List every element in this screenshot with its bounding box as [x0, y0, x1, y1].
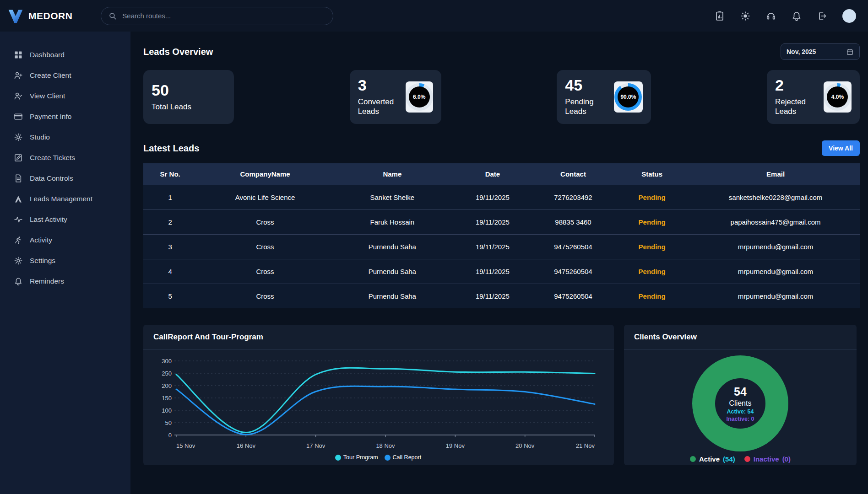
total-leads-card: 50 Total Leads: [143, 70, 234, 124]
gear-icon: [14, 133, 23, 142]
sidebar-item-label: Leads Management: [30, 195, 92, 203]
table-cell: 98835 3460: [534, 210, 613, 235]
svg-text:18 Nov: 18 Nov: [376, 442, 395, 449]
table-cell: Cross: [197, 235, 333, 259]
table-cell: 7276203492: [534, 185, 613, 210]
theme-icon[interactable]: [740, 11, 751, 21]
sidebar-item-view-client[interactable]: View Client: [14, 86, 130, 106]
sidebar-item-label: Dashboard: [30, 51, 65, 59]
rejected-leads-label: Rejected Leads: [775, 97, 824, 117]
document-icon: [14, 174, 23, 183]
leads-icon: [14, 194, 23, 204]
sidebar-item-payment-info[interactable]: Payment Info: [14, 106, 130, 127]
svg-text:250: 250: [162, 370, 172, 377]
table-cell: 9475260504: [534, 235, 613, 259]
line-chart-legend: Tour ProgramCall Report: [150, 454, 607, 461]
notifications-icon[interactable]: [791, 11, 802, 21]
overview-cards: 50 Total Leads 3 Converted Leads 6.0% 45…: [143, 70, 860, 124]
credit-card-icon: [14, 112, 23, 121]
table-header-row: Sr No.CompanyNameNameDateContactStatusEm…: [143, 163, 860, 185]
table-row: 2CrossFaruk Hossain19/11/202598835 3460P…: [143, 210, 860, 235]
column-header: Email: [691, 163, 860, 185]
table-cell: Cross: [197, 259, 333, 284]
search-input[interactable]: [121, 11, 326, 20]
sidebar-item-label: Studio: [30, 133, 50, 141]
column-header: Status: [613, 163, 691, 185]
app-logo: MEDORN: [7, 8, 72, 24]
view-all-button[interactable]: View All: [822, 140, 860, 156]
table-cell: Cross: [197, 210, 333, 235]
ticket-edit-icon: [14, 153, 23, 162]
sidebar-item-leads-management[interactable]: Leads Management: [14, 188, 130, 209]
table-row: 3CrossPurnendu Saha19/11/20259475260504P…: [143, 235, 860, 259]
table-cell: 4: [143, 259, 197, 284]
table-row: 4CrossPurnendu Saha19/11/20259475260504P…: [143, 259, 860, 284]
table-cell: Pending: [613, 235, 691, 259]
legend-count: (54): [723, 455, 735, 463]
total-leads-value: 50: [152, 82, 191, 99]
sidebar-item-create-client[interactable]: Create Client: [14, 65, 130, 86]
column-header: CompanyName: [197, 163, 333, 185]
table-cell: Purnendu Saha: [333, 235, 451, 259]
support-icon[interactable]: [765, 11, 776, 21]
svg-text:0: 0: [168, 432, 172, 439]
table-cell: 2: [143, 210, 197, 235]
table-cell: 9475260504: [534, 259, 613, 284]
latest-leads-title: Latest Leads: [143, 143, 199, 154]
table-cell: mrpurnendu@gmail.com: [691, 259, 860, 284]
legend-dot: [385, 455, 391, 461]
sidebar-item-dashboard[interactable]: Dashboard: [14, 44, 130, 65]
converted-leads-label: Converted Leads: [358, 97, 406, 117]
sidebar-item-activity[interactable]: Activity: [14, 230, 130, 250]
table-cell: 9475260504: [534, 284, 613, 309]
pending-leads-label: Pending Leads: [565, 97, 613, 117]
month-filter[interactable]: Nov, 2025: [781, 43, 860, 60]
svg-text:20 Nov: 20 Nov: [515, 442, 535, 449]
search-bar[interactable]: [101, 7, 333, 25]
svg-text:200: 200: [162, 382, 172, 389]
sidebar-item-studio[interactable]: Studio: [14, 127, 130, 147]
sidebar-item-label: Activity: [30, 236, 52, 244]
table-cell: Pending: [613, 185, 691, 210]
converted-leads-gauge: 6.0%: [406, 81, 433, 113]
pending-leads-value: 45: [565, 77, 613, 94]
sidebar-item-reminders[interactable]: Reminders: [14, 271, 130, 291]
clients-inactive-text: Inactive: 0: [726, 416, 754, 422]
legend-dot: [744, 456, 750, 462]
clients-active-text: Active: 54: [727, 408, 754, 415]
table-cell: 1: [143, 185, 197, 210]
callreport-tourprogram-panel: CallReport And Tour-Program 050100150200…: [143, 325, 614, 465]
table-cell: 5: [143, 284, 197, 309]
sidebar-item-settings[interactable]: Settings: [14, 250, 130, 271]
logout-icon[interactable]: [817, 11, 828, 21]
converted-leads-card: 3 Converted Leads 6.0%: [350, 70, 441, 124]
clients-donut: 54 Clients Active: 54 Inactive: 0: [692, 355, 788, 451]
sidebar-item-create-tickets[interactable]: Create Tickets: [14, 147, 130, 168]
rejected-leads-value: 2: [775, 77, 824, 94]
sidebar-item-last-activity[interactable]: Last Activity: [14, 209, 130, 230]
table-cell: Avonic Life Science: [197, 185, 333, 210]
brand-name: MEDORN: [28, 11, 72, 21]
clients-legend: Active(54)Inactive(0): [624, 455, 857, 463]
pending-leads-card: 45 Pending Leads 90.0%: [557, 70, 651, 124]
clients-legend-item: Active(54): [690, 455, 735, 463]
table-row: 1Avonic Life ScienceSanket Shelke19/11/2…: [143, 185, 860, 210]
column-header: Date: [451, 163, 534, 185]
report-icon[interactable]: [714, 11, 725, 21]
header-actions: [714, 9, 856, 23]
dashboard-icon: [14, 50, 23, 59]
table-cell: Pending: [613, 210, 691, 235]
sidebar-item-data-controls[interactable]: Data Controls: [14, 168, 130, 188]
sidebar-item-label: View Client: [30, 92, 65, 100]
legend-label: Inactive: [754, 455, 779, 463]
sidebar-item-label: Settings: [30, 257, 55, 265]
svg-text:150: 150: [162, 395, 172, 402]
table-cell: sanketshelke0228@gmail.com: [691, 185, 860, 210]
sidebar-item-label: Reminders: [30, 277, 64, 285]
avatar[interactable]: [842, 9, 856, 23]
sidebar-item-label: Last Activity: [30, 215, 67, 224]
rejected-leads-gauge: 4.0%: [824, 81, 852, 113]
settings-gear-icon: [14, 256, 23, 265]
table-cell: papaihossain475@gmail.com: [691, 210, 860, 235]
leads-overview-title: Leads Overview: [143, 47, 213, 57]
